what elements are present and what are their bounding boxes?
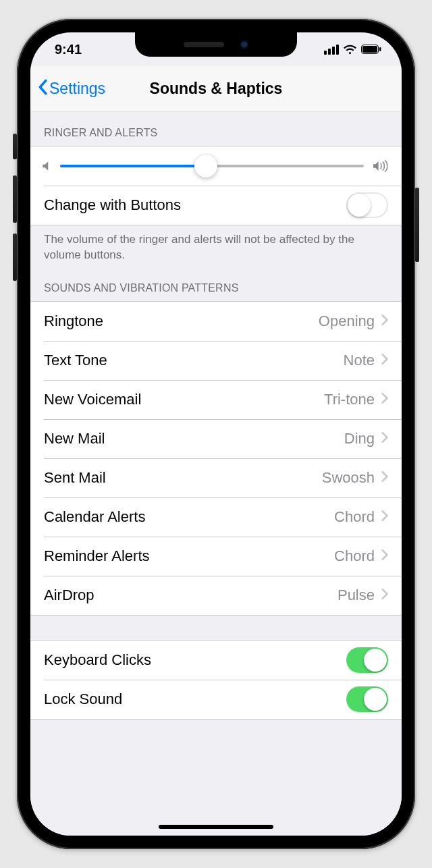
sound-pattern-value: Swoosh	[322, 469, 375, 487]
sound-pattern-label: Ringtone	[44, 313, 319, 330]
sound-pattern-value: Pulse	[338, 587, 375, 604]
sound-pattern-label: New Voicemail	[44, 391, 324, 408]
sound-pattern-value: Note	[344, 352, 375, 369]
chevron-right-icon	[381, 549, 388, 563]
sound-pattern-label: New Mail	[44, 430, 344, 447]
sound-pattern-value: Opening	[319, 313, 375, 330]
section-header-patterns: Sounds and Vibration Patterns	[30, 267, 402, 301]
status-time: 9:41	[55, 42, 82, 57]
sound-pattern-value: Ding	[344, 430, 375, 447]
system-sound-label: Keyboard Clicks	[44, 651, 346, 669]
chevron-right-icon	[381, 432, 388, 445]
svg-rect-2	[379, 47, 381, 51]
system-sound-row[interactable]: Keyboard Clicks	[30, 641, 402, 680]
back-button[interactable]: Settings	[37, 79, 105, 99]
change-with-buttons-toggle[interactable]	[346, 192, 388, 218]
chevron-right-icon	[381, 315, 388, 328]
sound-pattern-row[interactable]: Calendar AlertsChord	[30, 497, 402, 537]
sound-pattern-label: Reminder Alerts	[44, 547, 334, 565]
sound-pattern-label: Calendar Alerts	[44, 508, 334, 526]
sound-pattern-row[interactable]: Text ToneNote	[30, 341, 402, 380]
battery-icon	[361, 45, 381, 54]
chevron-right-icon	[381, 589, 388, 602]
volume-up-button	[13, 175, 17, 223]
system-sound-toggle[interactable]	[346, 686, 388, 712]
sound-pattern-row[interactable]: New MailDing	[30, 419, 402, 458]
notch	[135, 32, 297, 57]
speaker-min-icon	[43, 161, 51, 171]
sound-pattern-row[interactable]: RingtoneOpening	[30, 302, 402, 341]
cellular-icon	[324, 45, 339, 55]
sound-pattern-value: Chord	[334, 508, 375, 526]
sound-pattern-label: AirDrop	[44, 587, 338, 604]
change-with-buttons-row[interactable]: Change with Buttons	[30, 186, 402, 225]
volume-down-button	[13, 234, 17, 281]
chevron-right-icon	[381, 471, 388, 485]
chevron-left-icon	[37, 79, 48, 99]
navigation-bar: Settings Sounds & Haptics	[30, 66, 402, 112]
sound-pattern-value: Chord	[334, 547, 375, 565]
side-button	[415, 188, 419, 262]
ringer-volume-slider[interactable]	[60, 165, 364, 167]
iphone-frame: 9:41 Settings Sounds & Hap	[17, 19, 415, 849]
system-sound-toggle[interactable]	[346, 647, 388, 673]
sound-pattern-label: Text Tone	[44, 352, 344, 369]
section-header-ringer: Ringer and Alerts	[30, 112, 402, 146]
back-label: Settings	[49, 80, 105, 98]
sound-pattern-row[interactable]: AirDropPulse	[30, 576, 402, 615]
change-with-buttons-label: Change with Buttons	[44, 196, 346, 214]
page-title: Sounds & Haptics	[150, 80, 283, 98]
sound-pattern-row[interactable]: New VoicemailTri-tone	[30, 380, 402, 419]
sound-pattern-row[interactable]: Sent MailSwoosh	[30, 458, 402, 497]
home-indicator[interactable]	[159, 825, 273, 829]
chevron-right-icon	[381, 354, 388, 367]
sound-pattern-label: Sent Mail	[44, 469, 322, 487]
system-sound-row[interactable]: Lock Sound	[30, 680, 402, 719]
wifi-icon	[343, 45, 357, 55]
sound-pattern-row[interactable]: Reminder AlertsChord	[30, 537, 402, 576]
system-sound-label: Lock Sound	[44, 690, 346, 708]
sound-pattern-value: Tri-tone	[324, 391, 375, 408]
settings-content: Ringer and Alerts Change with Buttons	[30, 112, 402, 836]
chevron-right-icon	[381, 393, 388, 406]
ringer-volume-slider-row	[30, 146, 402, 186]
silence-switch	[13, 134, 17, 159]
ringer-footer: The volume of the ringer and alerts will…	[30, 225, 402, 267]
svg-rect-1	[362, 46, 377, 53]
speaker-max-icon	[373, 160, 389, 172]
slider-thumb[interactable]	[194, 155, 217, 178]
chevron-right-icon	[381, 510, 388, 524]
